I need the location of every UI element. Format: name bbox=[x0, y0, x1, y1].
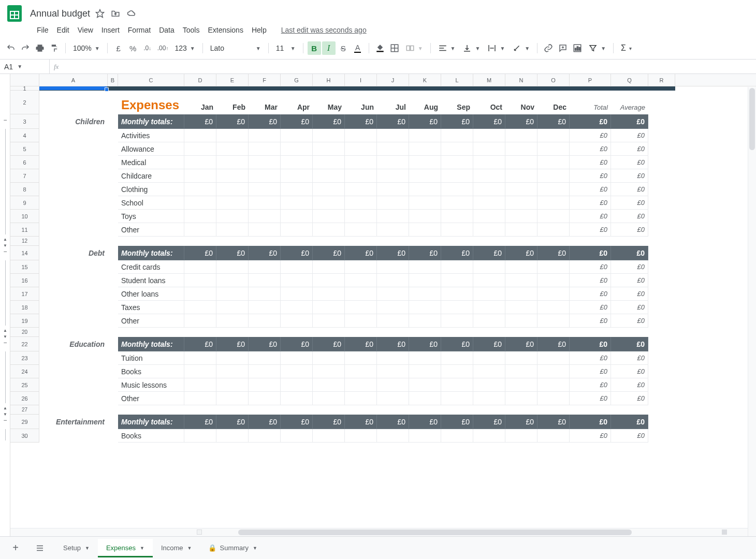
cell[interactable] bbox=[409, 287, 441, 301]
cell[interactable]: £0 bbox=[281, 114, 313, 129]
cell-average[interactable]: £0 bbox=[611, 429, 648, 443]
cell[interactable] bbox=[441, 287, 473, 301]
cell[interactable] bbox=[473, 169, 505, 183]
cell[interactable] bbox=[409, 405, 441, 415]
cell-total[interactable]: £0 bbox=[570, 129, 611, 142]
cell[interactable] bbox=[377, 210, 409, 223]
cell[interactable] bbox=[537, 378, 570, 392]
cell[interactable] bbox=[473, 314, 505, 328]
cell[interactable] bbox=[108, 156, 118, 169]
cell[interactable] bbox=[537, 142, 570, 156]
cell-total[interactable]: £0 bbox=[570, 246, 611, 260]
month-header-Oct[interactable]: Oct bbox=[473, 91, 505, 114]
cell[interactable] bbox=[184, 314, 216, 328]
cell[interactable] bbox=[648, 169, 675, 183]
cell[interactable] bbox=[409, 210, 441, 223]
cell[interactable] bbox=[216, 274, 249, 287]
col-header-M[interactable]: M bbox=[473, 74, 505, 86]
cell[interactable] bbox=[345, 301, 377, 314]
cell[interactable] bbox=[216, 129, 249, 142]
row-header-10[interactable]: 10 bbox=[10, 210, 39, 223]
undo-button[interactable] bbox=[4, 41, 18, 55]
row-header-30[interactable]: 30 bbox=[10, 429, 39, 443]
move-icon[interactable] bbox=[111, 9, 120, 18]
cell-total[interactable]: £0 bbox=[570, 210, 611, 223]
cell[interactable] bbox=[611, 237, 648, 246]
cell[interactable] bbox=[377, 314, 409, 328]
cell[interactable] bbox=[249, 169, 281, 183]
formula-bar[interactable] bbox=[63, 60, 756, 73]
cell[interactable] bbox=[648, 415, 675, 429]
row-header-29[interactable]: 29 bbox=[10, 415, 39, 429]
print-button[interactable] bbox=[33, 41, 47, 55]
cell[interactable] bbox=[441, 129, 473, 142]
collapse-group-icon[interactable]: − bbox=[2, 248, 9, 255]
cell[interactable] bbox=[648, 405, 675, 415]
cell-R1[interactable] bbox=[648, 86, 675, 91]
month-header-Jan[interactable]: Jan bbox=[184, 91, 216, 114]
cell[interactable] bbox=[39, 301, 108, 314]
cell[interactable] bbox=[648, 196, 675, 210]
cell[interactable] bbox=[216, 314, 249, 328]
cell-average[interactable]: £0 bbox=[611, 378, 648, 392]
cell-average[interactable]: £0 bbox=[611, 156, 648, 169]
v-align-button[interactable]: ▼ bbox=[459, 41, 483, 55]
cell-total[interactable]: £0 bbox=[570, 301, 611, 314]
col-header-R[interactable]: R bbox=[648, 74, 675, 86]
cell[interactable] bbox=[570, 328, 611, 337]
collapse-group-icon[interactable]: − bbox=[2, 339, 9, 346]
cell[interactable]: £0 bbox=[249, 415, 281, 429]
cell[interactable] bbox=[184, 223, 216, 237]
cell[interactable] bbox=[473, 156, 505, 169]
cell[interactable] bbox=[345, 223, 377, 237]
section-label-Education[interactable]: Education bbox=[39, 337, 108, 351]
cell[interactable] bbox=[505, 260, 537, 274]
cell[interactable] bbox=[281, 365, 313, 378]
cell[interactable] bbox=[648, 183, 675, 196]
cell[interactable] bbox=[345, 210, 377, 223]
cell-total[interactable]: £0 bbox=[570, 183, 611, 196]
row-header-7[interactable]: 7 bbox=[10, 169, 39, 183]
cell[interactable] bbox=[313, 183, 345, 196]
cell-Q1[interactable] bbox=[611, 86, 648, 91]
cell-average[interactable]: £0 bbox=[611, 129, 648, 142]
cell[interactable] bbox=[313, 196, 345, 210]
cell[interactable] bbox=[648, 223, 675, 237]
cell[interactable] bbox=[39, 429, 108, 443]
cell[interactable] bbox=[216, 392, 249, 405]
cell[interactable]: £0 bbox=[409, 114, 441, 129]
decrease-decimal-button[interactable]: .0↓ bbox=[141, 41, 154, 55]
cell[interactable] bbox=[216, 351, 249, 365]
cell[interactable] bbox=[184, 328, 216, 337]
cell[interactable] bbox=[313, 365, 345, 378]
cell[interactable] bbox=[184, 429, 216, 443]
cell[interactable] bbox=[537, 301, 570, 314]
cell[interactable] bbox=[216, 260, 249, 274]
cell-total[interactable]: £0 bbox=[570, 429, 611, 443]
cell-total[interactable]: £0 bbox=[570, 351, 611, 365]
cell[interactable] bbox=[313, 274, 345, 287]
cell-total[interactable]: £0 bbox=[570, 337, 611, 351]
cell[interactable]: £0 bbox=[473, 114, 505, 129]
cell-N1[interactable] bbox=[505, 86, 537, 91]
month-header-Apr[interactable]: Apr bbox=[281, 91, 313, 114]
item-label[interactable]: Allowance bbox=[118, 142, 184, 156]
functions-button[interactable]: Σ▾ bbox=[618, 41, 635, 55]
cell[interactable] bbox=[648, 142, 675, 156]
cell[interactable]: £0 bbox=[409, 415, 441, 429]
cell[interactable] bbox=[108, 429, 118, 443]
cell[interactable] bbox=[409, 301, 441, 314]
cell[interactable] bbox=[281, 274, 313, 287]
cell-K1[interactable] bbox=[409, 86, 441, 91]
cell[interactable] bbox=[377, 287, 409, 301]
cell[interactable] bbox=[409, 223, 441, 237]
all-sheets-button[interactable] bbox=[27, 539, 53, 557]
zoom-select[interactable]: 100%▼ bbox=[70, 41, 103, 55]
cell-total[interactable]: £0 bbox=[570, 156, 611, 169]
cell[interactable] bbox=[648, 210, 675, 223]
sheet-tab-setup[interactable]: Setup▼ bbox=[55, 539, 98, 557]
cell-average[interactable]: £0 bbox=[611, 142, 648, 156]
item-label[interactable]: Other bbox=[118, 314, 184, 328]
cell[interactable] bbox=[281, 210, 313, 223]
cell[interactable] bbox=[184, 169, 216, 183]
